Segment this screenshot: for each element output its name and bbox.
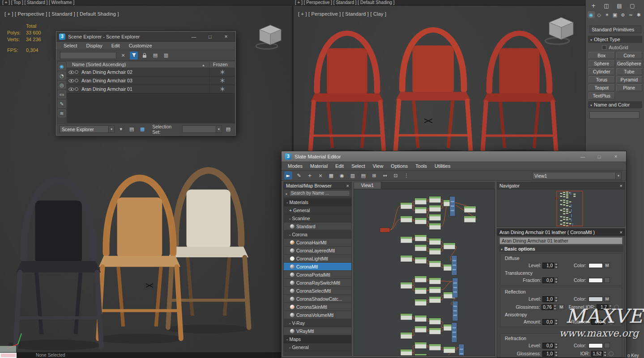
cameras-icon[interactable]: ▣	[611, 11, 618, 18]
material-name-field[interactable]: Aran Dining Armchair 01 leather	[499, 237, 623, 244]
menu-utilities[interactable]: Utilities	[435, 163, 450, 169]
viewport-label[interactable]: [ + ] [ Perspective ] [ Standard ] [ Def…	[4, 11, 119, 17]
circle-icon[interactable]: ◎	[58, 81, 66, 89]
reflection-map-button[interactable]: M	[604, 296, 610, 302]
browser-item-vraymtl[interactable]: VRayMtl	[284, 327, 351, 335]
selection-set-combo[interactable]	[182, 125, 222, 133]
lights-icon[interactable]: ✶	[603, 11, 610, 18]
object-type-rollout[interactable]: Object Type	[588, 36, 642, 43]
button-textplus[interactable]: TextPlus	[589, 92, 615, 99]
select-icon[interactable]: ◉	[58, 62, 66, 70]
frozen-snowflake-icon[interactable]	[209, 85, 235, 93]
layers-icon[interactable]: ▤	[615, 2, 623, 10]
basic-options-rollout[interactable]: Basic options	[499, 245, 623, 252]
chevron-down-icon[interactable]	[216, 126, 222, 132]
menu-material[interactable]: Material	[310, 163, 328, 169]
filter-icon[interactable]	[130, 51, 138, 60]
explorer-selector-combo[interactable]: Scene Explorer	[60, 125, 115, 133]
sort-ascending-icon[interactable]	[202, 62, 209, 67]
chevron-down-icon[interactable]	[615, 172, 621, 179]
diffuse-level-spinner[interactable]: 1,0	[542, 263, 558, 268]
rotation-lock-button[interactable]	[609, 320, 614, 324]
lock-icon[interactable]	[141, 51, 149, 60]
navigator-header[interactable]: Navigator	[497, 182, 625, 189]
pan-icon[interactable]: ↔	[381, 171, 389, 179]
tab-view1[interactable]: View1	[354, 182, 381, 189]
viewcube[interactable]	[544, 16, 578, 45]
button-geosphere[interactable]: GeoSphere	[616, 60, 643, 67]
viewcube[interactable]	[255, 24, 286, 50]
name-color-rollout[interactable]: Name and Color	[588, 101, 642, 108]
menu-display[interactable]: Display	[86, 43, 102, 48]
button-sphere[interactable]: Sphere	[589, 60, 615, 67]
sync-icon[interactable]: ◔	[58, 72, 66, 80]
object-name-field[interactable]	[589, 111, 640, 119]
browser-root--materials[interactable]: - Materials	[284, 198, 351, 206]
browser-group--scanline[interactable]: - Scanline	[284, 214, 351, 222]
assign-icon[interactable]: +	[306, 171, 314, 179]
node-graph-canvas[interactable]	[354, 189, 495, 356]
scene-icon[interactable]: ◫	[602, 2, 610, 10]
browser-item-coronarayswitchmtl[interactable]: CoronaRaySwitchMtl	[284, 279, 351, 287]
browser-group--general[interactable]: - General	[284, 343, 351, 351]
layout-v-icon[interactable]: ▥	[349, 171, 357, 179]
grid-icon[interactable]: ▦	[138, 125, 146, 133]
viewport-label[interactable]: [ + ] [ Perspective ] [ Standard ] [ Cla…	[298, 11, 386, 17]
delete-icon[interactable]: ×	[316, 171, 324, 179]
close-icon[interactable]	[620, 183, 623, 188]
select-arrow-icon[interactable]: ►	[284, 171, 292, 179]
layout-all-icon[interactable]: ▤	[359, 171, 367, 179]
glossiness-map-button[interactable]: M	[559, 304, 564, 310]
browser-root--maps[interactable]: - Maps	[284, 335, 351, 343]
show-result-icon[interactable]: ◉	[338, 171, 346, 179]
primitives-category-dropdown[interactable]: Standard Primitives	[589, 26, 641, 33]
scene-objects-list[interactable]: Aran Dining Armchair 02Aran Dining Armch…	[67, 68, 235, 123]
browser-item-standard[interactable]: Standard	[284, 222, 351, 230]
material-tree[interactable]: - Materials+ General- ScanlineStandard- …	[284, 198, 351, 355]
maximize-icon[interactable]	[203, 34, 217, 39]
button-torus[interactable]: Torus	[589, 76, 615, 83]
menu-select[interactable]: Select	[351, 163, 365, 169]
clear-search-icon[interactable]: ×	[119, 51, 127, 60]
fraction-spinner[interactable]: 0,0	[542, 277, 558, 283]
diffuse-map-button[interactable]: M	[604, 263, 610, 268]
button-cylinder[interactable]: Cylinder	[589, 68, 615, 75]
fresnel-lock-button[interactable]	[614, 305, 619, 310]
edit-icon[interactable]: ✎	[58, 100, 66, 108]
chevron-down-icon[interactable]	[285, 191, 288, 196]
amount-spinner[interactable]: 0,0	[542, 319, 558, 325]
close-icon[interactable]	[219, 33, 233, 40]
translucency-color-swatch[interactable]	[589, 278, 603, 283]
visibility-eye-icon[interactable]	[67, 70, 75, 74]
button-plane[interactable]: Plane	[616, 84, 643, 91]
refraction-color-swatch[interactable]	[589, 343, 603, 348]
button-box[interactable]: Box	[589, 52, 615, 59]
viewport-label-top-clipped[interactable]: [ + ] [ Top ] [ Standard ] [ Wireframe ]	[2, 0, 74, 5]
pin-icon[interactable]: ▾	[117, 125, 125, 133]
column-name[interactable]: Name (Sorted Ascending)	[67, 62, 202, 67]
browser-item-coronalayeredmtl[interactable]: CoronaLayeredMtl	[284, 247, 351, 255]
close-icon[interactable]	[609, 153, 623, 160]
button-tube[interactable]: Tube	[616, 68, 643, 75]
search-by-name-input[interactable]: Search by Name ...	[289, 190, 350, 196]
refraction-level-spinner[interactable]: 0,0	[542, 343, 558, 349]
visibility-eye-icon[interactable]	[67, 79, 75, 83]
monitor-icon[interactable]: ▭	[58, 90, 66, 98]
display-list-icon[interactable]: ▥	[162, 51, 170, 60]
browser-item-coronahairmtl[interactable]: CoronaHairMtl	[284, 239, 351, 247]
spacewarps-icon[interactable]: ≈	[627, 11, 635, 18]
pick-material-icon[interactable]: ✎	[295, 171, 303, 179]
browser-group--corona[interactable]: - Corona	[284, 230, 351, 239]
menu-options[interactable]: Options	[391, 163, 408, 169]
sheet-icon[interactable]: ▤	[224, 125, 232, 133]
autogrid-checkbox[interactable]	[602, 45, 606, 50]
display-icon[interactable]: ▢	[628, 2, 636, 10]
shapes-icon[interactable]: ◇	[596, 11, 603, 18]
browser-group--general[interactable]: + General	[284, 206, 351, 214]
close-icon[interactable]	[620, 230, 623, 235]
minimize-icon[interactable]	[576, 154, 589, 159]
table-row[interactable]: Aran Dining Armchair 03	[67, 77, 235, 85]
view-selector-combo[interactable]: View1	[532, 172, 622, 179]
reflection-level-spinner[interactable]: 1,0	[542, 296, 558, 302]
refraction-map-button[interactable]	[604, 343, 610, 348]
